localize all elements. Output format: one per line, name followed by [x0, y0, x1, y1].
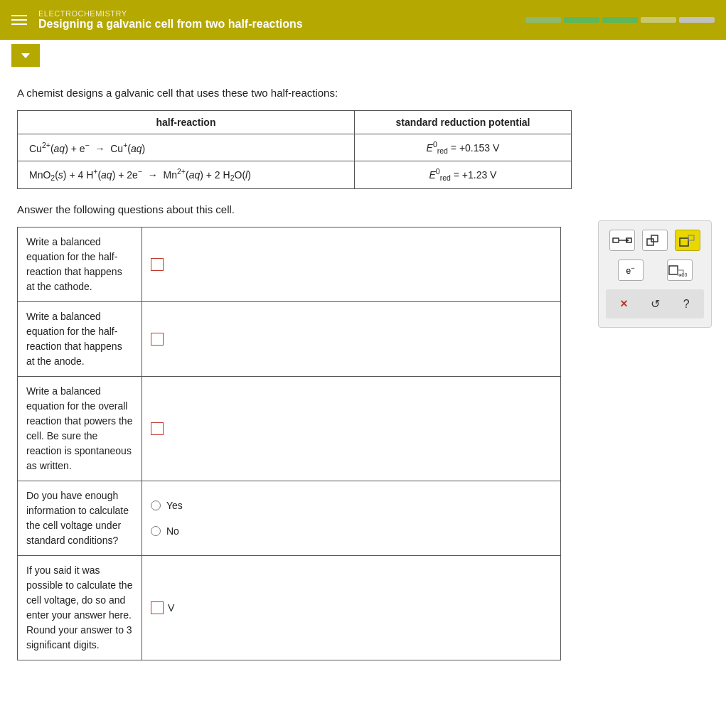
q4-radio-yes[interactable] [151, 500, 161, 510]
col-standard-potential: standard reduction potential [354, 111, 571, 134]
question-row-5: If you said it was possible to calculate… [18, 555, 561, 660]
toolbar-btn-electron[interactable]: e− [618, 259, 644, 281]
half-reactions-table: half-reaction standard reduction potenti… [17, 110, 572, 189]
q5-answer[interactable]: V [142, 555, 561, 660]
q4-yes-label: Yes [166, 500, 183, 511]
header-text: ELECTROCHEMISTRY Designing a galvanic ce… [38, 9, 514, 31]
answer-prompt: Answer the following questions about thi… [17, 203, 552, 215]
progress-seg-1 [525, 17, 561, 23]
q4-radio-group: Yes No [151, 493, 552, 544]
q4-no-label: No [166, 525, 179, 537]
q4-option-no[interactable]: No [151, 525, 552, 537]
svg-text:x10: x10 [679, 272, 687, 277]
header-subtitle: ELECTROCHEMISTRY [38, 9, 514, 18]
q2-label: Write a balanced equation for the half-r… [18, 301, 142, 376]
table-row: Cu2+(aq) + e− → Cu+(aq) E0red = +0.153 V [18, 134, 572, 161]
toolbar-btn-stacked[interactable] [642, 230, 668, 251]
toolbar-btn-subscript[interactable]: x10 [667, 259, 693, 281]
question-row-1: Write a balanced equation for the half-r… [18, 227, 561, 301]
q4-label: Do you have enough information to calcul… [18, 481, 142, 555]
questions-table: Write a balanced equation for the half-r… [17, 227, 561, 660]
toolbar-panel: e− x10 × ↺ ? [598, 220, 712, 328]
q3-input-box[interactable] [151, 422, 164, 435]
q2-input-box[interactable] [151, 333, 164, 346]
svg-rect-1 [613, 238, 619, 242]
svg-rect-7 [680, 238, 688, 246]
q2-answer[interactable] [142, 301, 561, 376]
toolbar-btn-super[interactable] [675, 230, 700, 251]
progress-bar [525, 17, 715, 23]
q3-answer[interactable] [142, 376, 561, 481]
toolbar-row-2: e− x10 [606, 259, 704, 281]
toolbar-undo-button[interactable]: ↺ [645, 294, 666, 314]
toolbar-btn-arrow[interactable] [609, 230, 635, 251]
potential-2: E0red = +1.23 V [354, 161, 571, 188]
q1-input-box[interactable] [151, 258, 164, 271]
expand-button[interactable] [11, 44, 40, 67]
progress-seg-5 [679, 17, 715, 23]
toolbar-action-row: × ↺ ? [606, 289, 704, 318]
toolbar-clear-button[interactable]: × [614, 294, 634, 314]
voltage-input-row: V [151, 601, 552, 614]
progress-seg-4 [641, 17, 676, 23]
svg-rect-9 [669, 266, 678, 274]
q3-label: Write a balanced equation for the overal… [18, 376, 142, 481]
q1-label: Write a balanced equation for the half-r… [18, 227, 142, 301]
hamburger-menu[interactable] [11, 15, 27, 25]
q4-radio-no[interactable] [151, 526, 161, 536]
progress-seg-2 [564, 17, 599, 23]
question-row-2: Write a balanced equation for the half-r… [18, 301, 561, 376]
voltage-unit: V [168, 602, 174, 614]
svg-marker-0 [21, 53, 30, 58]
intro-text: A chemist designs a galvanic cell that u… [17, 87, 552, 99]
progress-seg-3 [602, 17, 638, 23]
col-half-reaction: half-reaction [18, 111, 355, 134]
question-row-4: Do you have enough information to calcul… [18, 481, 561, 555]
reaction-2: MnO2(s) + 4 H+(aq) + 2e− → Mn2+(aq) + 2 … [18, 161, 355, 188]
main-content: A chemist designs a galvanic cell that u… [0, 70, 569, 678]
potential-1: E0red = +0.153 V [354, 134, 571, 161]
toolbar-help-button[interactable]: ? [678, 295, 695, 314]
svg-rect-8 [688, 235, 694, 240]
q5-label: If you said it was possible to calculate… [18, 555, 142, 660]
q4-option-yes[interactable]: Yes [151, 500, 552, 511]
app-header: ELECTROCHEMISTRY Designing a galvanic ce… [0, 0, 726, 40]
q5-input-box[interactable] [151, 601, 164, 614]
question-row-3: Write a balanced equation for the overal… [18, 376, 561, 481]
table-row: MnO2(s) + 4 H+(aq) + 2e− → Mn2+(aq) + 2 … [18, 161, 572, 188]
q4-answer[interactable]: Yes No [142, 481, 561, 555]
reaction-1: Cu2+(aq) + e− → Cu+(aq) [18, 134, 355, 161]
toolbar-row-1 [606, 230, 704, 251]
header-title: Designing a galvanic cell from two half-… [38, 18, 514, 31]
q1-answer[interactable] [142, 227, 561, 301]
